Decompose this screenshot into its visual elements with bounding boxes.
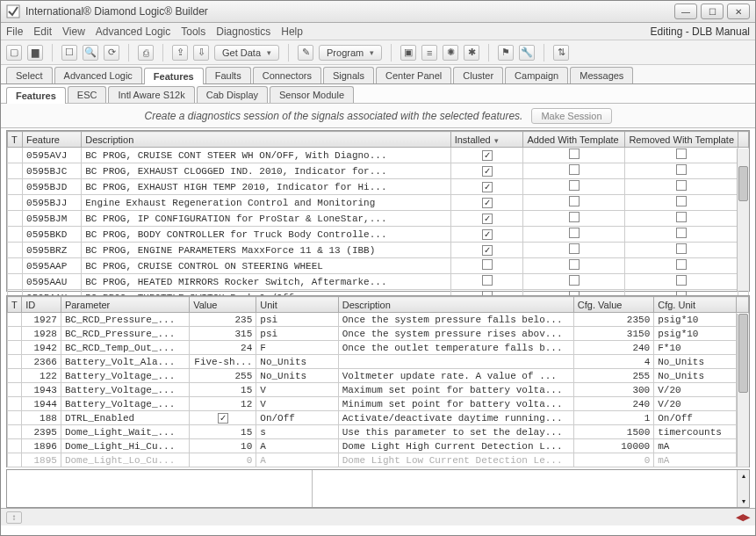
removed-checkbox[interactable] [625, 227, 738, 243]
table-row[interactable]: 0595BJCBC PROG, EXHAUST CLOGGED IND. 201… [8, 163, 749, 179]
added-checkbox[interactable] [523, 148, 625, 163]
removed-checkbox[interactable] [625, 258, 738, 274]
minimize-button[interactable]: ― [674, 4, 697, 19]
features-scrollbar[interactable] [737, 148, 749, 291]
menu-advanced-logic[interactable]: Advanced Logic [96, 25, 170, 38]
menu-view[interactable]: View [62, 25, 85, 38]
tab-center-panel[interactable]: Center Panel [376, 67, 451, 83]
added-checkbox[interactable] [523, 179, 625, 195]
new-icon[interactable]: ▢ [6, 45, 22, 61]
table-row[interactable]: 0595AAUBC PROG, HEATED MIRRORS Rocker Sw… [8, 274, 749, 290]
subtab-intl-aware[interactable]: Intl Aware S12k [108, 86, 194, 103]
close-button[interactable]: ✕ [727, 4, 750, 19]
table-row[interactable]: 0595BJMBC PROG, IP CONFIGURATION for Pro… [8, 211, 749, 227]
col-feature[interactable]: Feature [23, 132, 82, 148]
upload-icon[interactable]: ⇪ [172, 45, 188, 61]
menu-file[interactable]: File [6, 25, 23, 38]
table-row[interactable]: 188DTRL_EnabledOn/OffActivate/deactivate… [8, 411, 749, 425]
get-data-button[interactable]: Get Data [214, 45, 279, 61]
param-value[interactable]: 12 [190, 397, 256, 411]
subtab-features[interactable]: Features [6, 87, 66, 104]
table-row[interactable]: 2366Battery_Volt_Ala...Five-sh...No_Unit… [8, 355, 749, 369]
subtab-sensor-module[interactable]: Sensor Module [270, 86, 354, 103]
menu-tools[interactable]: Tools [181, 25, 205, 38]
tab-campaign[interactable]: Campaign [505, 67, 568, 83]
tab-signals[interactable]: Signals [323, 67, 374, 83]
param-value[interactable]: 15 [190, 425, 256, 439]
table-row[interactable]: 0595AAPBC PROG, CRUISE CONTROL ON STEERI… [8, 258, 749, 274]
added-checkbox[interactable] [523, 211, 625, 227]
table-row[interactable]: 0595AVJBC PROG, CRUISE CONT STEER WH ON/… [8, 148, 749, 163]
col-added-template[interactable]: Added With Template [523, 132, 625, 148]
table-row[interactable]: 0595BJJEngine Exhaust Regeneration Contr… [8, 195, 749, 211]
installed-checkbox[interactable] [450, 163, 523, 179]
installed-checkbox[interactable] [450, 179, 523, 195]
table-row[interactable]: 2395Dome_Light_Wait_...15sUse this param… [8, 425, 749, 439]
refresh-icon[interactable]: ⟳ [104, 45, 119, 61]
tab-advanced-logic[interactable]: Advanced Logic [54, 67, 142, 83]
col2-t[interactable]: T [8, 297, 22, 313]
added-checkbox[interactable] [523, 227, 625, 243]
col-installed[interactable]: Installed [450, 132, 523, 148]
table-row[interactable]: 122Battery_Voltage_...255No_UnitsVoltmet… [8, 369, 749, 383]
subtab-esc[interactable]: ESC [68, 86, 107, 103]
table-row[interactable]: 1942BC_RCD_Temp_Out_...24FOnce the outle… [8, 341, 749, 355]
output-scrollbar[interactable]: ▴ ▾ [737, 470, 749, 507]
col-t[interactable]: T [8, 132, 23, 148]
tab-connectors[interactable]: Connectors [253, 67, 321, 83]
added-checkbox[interactable] [523, 274, 625, 290]
bug-icon[interactable]: ✱ [464, 45, 479, 61]
added-checkbox[interactable] [523, 163, 625, 179]
table-row[interactable]: 0595BRZBC PROG, ENGINE PARAMETERS MaxxFo… [8, 243, 749, 258]
table-row[interactable]: 1927BC_RCD_Pressure_...235psiOnce the sy… [8, 313, 749, 327]
removed-checkbox[interactable] [625, 163, 738, 179]
removed-checkbox[interactable] [625, 211, 738, 227]
tab-select[interactable]: Select [6, 67, 53, 83]
open-icon[interactable]: ▆ [27, 45, 43, 61]
gear-icon[interactable]: ✺ [443, 45, 458, 61]
col2-cfg-value[interactable]: Cfg. Value [573, 297, 653, 313]
param-value[interactable]: 255 [190, 369, 256, 383]
installed-checkbox[interactable] [450, 227, 523, 243]
param-value-checkbox[interactable] [190, 411, 256, 425]
removed-checkbox[interactable] [625, 148, 738, 163]
tab-features[interactable]: Features [144, 68, 204, 84]
download-icon[interactable]: ⇩ [193, 45, 209, 61]
col2-parameter[interactable]: Parameter [61, 297, 189, 313]
table-row[interactable]: 1943Battery_Voltage_...15VMaximum set po… [8, 383, 749, 397]
param-value[interactable]: 0 [190, 453, 256, 467]
tab-faults[interactable]: Faults [205, 67, 251, 83]
removed-checkbox[interactable] [625, 243, 738, 258]
installed-checkbox[interactable] [450, 211, 523, 227]
col2-value[interactable]: Value [190, 297, 256, 313]
added-checkbox[interactable] [523, 195, 625, 211]
view2-icon[interactable]: ≡ [421, 45, 437, 61]
installed-checkbox[interactable] [450, 195, 523, 211]
col2-cfg-unit[interactable]: Cfg. Unit [654, 297, 736, 313]
param-value[interactable]: 315 [190, 327, 256, 341]
flag-icon[interactable]: ⚑ [498, 45, 514, 61]
param-value[interactable]: 15 [190, 383, 256, 397]
col2-id[interactable]: ID [22, 297, 61, 313]
col2-unit[interactable]: Unit [256, 297, 338, 313]
program-button[interactable]: Program [319, 45, 382, 61]
param-value[interactable]: 10 [190, 439, 256, 453]
save-icon[interactable]: ☐ [61, 45, 77, 61]
parameters-grid[interactable]: T ID Parameter Value Unit Description Cf… [6, 295, 750, 467]
removed-checkbox[interactable] [625, 179, 738, 195]
table-row[interactable]: 1896Dome_Light_Hi_Cu...10ADome Light Hig… [8, 439, 749, 453]
parameters-scrollbar[interactable] [737, 314, 749, 467]
menu-diagnostics[interactable]: Diagnostics [216, 25, 270, 38]
status-indicator-icon[interactable]: ↕ [6, 511, 22, 524]
subtab-cab-display[interactable]: Cab Display [197, 86, 268, 103]
view1-icon[interactable]: ▣ [400, 45, 416, 61]
print-icon[interactable]: ⎙ [138, 45, 154, 61]
menu-edit[interactable]: Edit [33, 25, 52, 38]
col-removed-template[interactable]: Removed With Template [625, 132, 738, 148]
param-value[interactable]: 235 [190, 313, 256, 327]
installed-checkbox[interactable] [450, 148, 523, 163]
tab-cluster[interactable]: Cluster [453, 67, 503, 83]
removed-checkbox[interactable] [625, 274, 738, 290]
col2-description[interactable]: Description [338, 297, 573, 313]
table-row[interactable]: 0595BJDBC PROG, EXHAUST HIGH TEMP 2010, … [8, 179, 749, 195]
